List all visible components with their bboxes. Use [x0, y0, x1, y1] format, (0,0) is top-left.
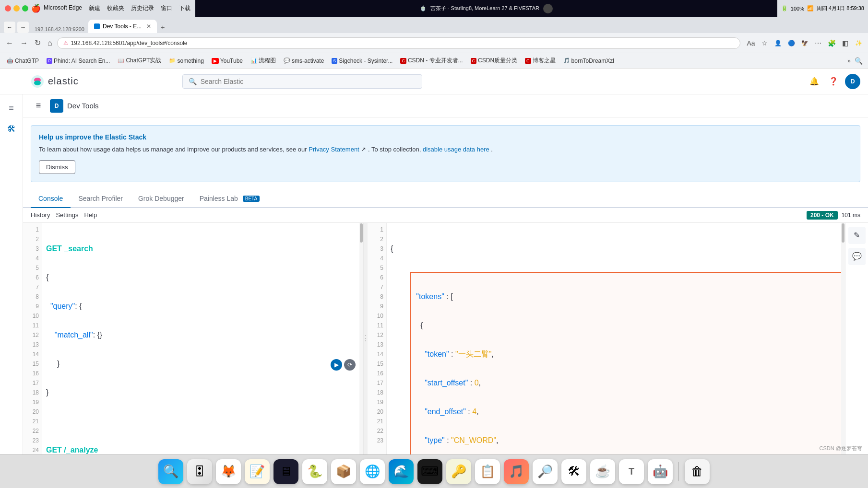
- home-btn[interactable]: ⌂: [46, 37, 54, 49]
- dock-item-notes[interactable]: 📝: [245, 459, 270, 484]
- tab-console[interactable]: Console: [31, 190, 71, 208]
- dock-item-edge[interactable]: 🌊: [389, 459, 414, 484]
- notifications-btn[interactable]: 🔔: [807, 74, 822, 89]
- dock-item-package[interactable]: 📦: [331, 459, 356, 484]
- tools-icon[interactable]: 🛠: [561, 459, 586, 484]
- hamburger-btn[interactable]: ≡: [31, 98, 46, 114]
- minimize-btn[interactable]: [13, 5, 20, 12]
- help-btn[interactable]: ❓: [826, 74, 841, 89]
- menu-collect[interactable]: 收藏夹: [107, 4, 124, 12]
- copy-as-curl-btn[interactable]: ⟳: [344, 359, 356, 371]
- dock-item-chrome[interactable]: 🌐: [360, 459, 385, 484]
- bookmark-flowchart[interactable]: 📊 流程图: [248, 56, 279, 66]
- dock-item-python[interactable]: 🐍: [302, 459, 327, 484]
- finder-icon[interactable]: 🔍: [158, 459, 183, 484]
- launchpad-icon[interactable]: 🎛: [187, 459, 212, 484]
- bookmark-chatgtp[interactable]: 🤖 ChatGTP: [4, 57, 42, 65]
- bookmark-something[interactable]: 📁 something: [166, 57, 206, 65]
- left-code-content[interactable]: GET _search { "query": { "match_all": {}…: [42, 223, 363, 455]
- menu-new[interactable]: 新建: [89, 4, 100, 12]
- privacy-link[interactable]: Privacy Statement: [309, 146, 359, 153]
- trash-icon[interactable]: 🗑: [685, 459, 710, 484]
- dock-item-tools[interactable]: 🛠: [561, 459, 586, 484]
- refresh-btn[interactable]: ↻: [33, 36, 43, 49]
- clipboard-icon[interactable]: 📋: [475, 459, 500, 484]
- dock-item-launchpad[interactable]: 🎛: [187, 459, 212, 484]
- tab-url-1[interactable]: 192.168.42.128:9200: [31, 25, 88, 33]
- dock-item-terminal[interactable]: ⌨: [417, 459, 442, 484]
- tab-forward-btn[interactable]: →: [17, 22, 29, 33]
- maximize-btn[interactable]: [22, 5, 28, 12]
- menu-history[interactable]: 历史记录: [131, 4, 154, 12]
- chrome-icon[interactable]: 🌐: [360, 459, 385, 484]
- tab-painless-lab[interactable]: Painless Lab BETA: [192, 190, 267, 208]
- firefox-icon[interactable]: 🦊: [216, 459, 241, 484]
- bookmark-csdn1[interactable]: C CSDN - 专业开发者...: [397, 56, 465, 66]
- dock-item-bot[interactable]: 🤖: [648, 459, 673, 484]
- forward-btn[interactable]: →: [18, 37, 30, 49]
- bookmark-csdn2[interactable]: C CSDN质量分类: [468, 56, 521, 66]
- python-icon[interactable]: 🐍: [302, 459, 327, 484]
- tab-back-btn[interactable]: ←: [4, 22, 15, 33]
- history-btn[interactable]: History: [31, 211, 50, 219]
- tab-grok-debugger[interactable]: Grok Debugger: [131, 190, 192, 208]
- ext-icon-1[interactable]: 👤: [772, 37, 784, 49]
- dock-item-java[interactable]: ☕: [590, 459, 615, 484]
- bot-icon[interactable]: 🤖: [648, 459, 673, 484]
- edge-icon[interactable]: 🌊: [389, 459, 414, 484]
- dock-item-search[interactable]: 🔎: [533, 459, 558, 484]
- new-tab-btn[interactable]: +: [157, 22, 168, 33]
- copilot-btn[interactable]: ✨: [853, 37, 864, 49]
- dock-item-finder[interactable]: 🔍: [158, 459, 183, 484]
- user-avatar[interactable]: D: [845, 74, 860, 89]
- bookmark-phind[interactable]: P Phind: AI Search En...: [44, 57, 113, 65]
- dock-item-clipboard[interactable]: 📋: [475, 459, 500, 484]
- star-icon[interactable]: ☆: [759, 37, 770, 49]
- java-icon[interactable]: ☕: [590, 459, 615, 484]
- right-scroll-thumb[interactable]: [842, 223, 844, 243]
- ext-icon-2[interactable]: 🔵: [785, 37, 797, 49]
- left-scrollbar[interactable]: [359, 223, 363, 455]
- dock-item-trash[interactable]: 🗑: [685, 459, 710, 484]
- tab-search-profiler[interactable]: Search Profiler: [71, 190, 131, 208]
- left-scroll-thumb[interactable]: [360, 223, 363, 243]
- bookmark-chatgpt-book[interactable]: 📖 ChatGPT实战: [115, 56, 164, 66]
- translate-icon[interactable]: Aa: [745, 37, 757, 49]
- more-btn[interactable]: ⋯: [812, 37, 824, 49]
- music-icon[interactable]: 🎵: [504, 459, 529, 484]
- dismiss-button[interactable]: Dismiss: [39, 160, 75, 174]
- hamburger-icon[interactable]: ≡: [2, 98, 21, 117]
- address-input[interactable]: ⚠ 192.168.42.128:5601/app/dev_tools#/con…: [57, 37, 740, 49]
- settings-btn[interactable]: Settings: [56, 211, 78, 219]
- bookmark-sigcheck[interactable]: S Sigcheck - Sysinter...: [329, 57, 395, 65]
- sidebar-icon-1[interactable]: ✎: [848, 227, 866, 244]
- sidebar-btn[interactable]: ◧: [839, 37, 851, 49]
- back-btn[interactable]: ←: [4, 37, 15, 49]
- ext-icon-3[interactable]: 🦅: [799, 37, 810, 49]
- package-icon[interactable]: 📦: [331, 459, 356, 484]
- bookmark-youtube[interactable]: ▶ YouTube: [209, 57, 246, 65]
- right-scrollbar[interactable]: [841, 223, 845, 455]
- right-code-editor[interactable]: 12345 678910 1112131415 1617181920 21222…: [368, 223, 845, 455]
- dock-item-text[interactable]: T: [619, 459, 644, 484]
- bookmarks-more[interactable]: »: [847, 58, 851, 64]
- extensions-btn[interactable]: 🧩: [826, 37, 837, 49]
- left-code-editor[interactable]: 12345 678910 1112131415 1617181920 21222…: [23, 223, 363, 455]
- devtools-nav-icon[interactable]: 🛠: [2, 119, 21, 139]
- bookmark-tiktok[interactable]: 🎵 bornToDreamXzl: [560, 57, 617, 65]
- dev-icon[interactable]: 🖥: [273, 459, 298, 484]
- editor-divider[interactable]: ⋮: [364, 223, 368, 455]
- bookmark-sms[interactable]: 💬 sms-activate: [281, 57, 327, 65]
- dock-item-firefox[interactable]: 🦊: [216, 459, 241, 484]
- search-dock-icon[interactable]: 🔎: [533, 459, 558, 484]
- disable-link[interactable]: disable usage data here: [423, 146, 489, 153]
- keys-icon[interactable]: 🔑: [446, 459, 471, 484]
- search-sidebar-btn[interactable]: 🔍: [853, 55, 864, 67]
- tab-close-icon[interactable]: ✕: [146, 23, 151, 30]
- dock-item-dev[interactable]: 🖥: [273, 459, 298, 484]
- sidebar-icon-2[interactable]: 💬: [848, 248, 866, 265]
- menu-window[interactable]: 窗口: [161, 4, 172, 12]
- close-btn[interactable]: [5, 5, 11, 12]
- help-toolbar-btn[interactable]: Help: [84, 211, 97, 219]
- menu-microsoft-edge[interactable]: Microsoft Edge: [44, 4, 82, 12]
